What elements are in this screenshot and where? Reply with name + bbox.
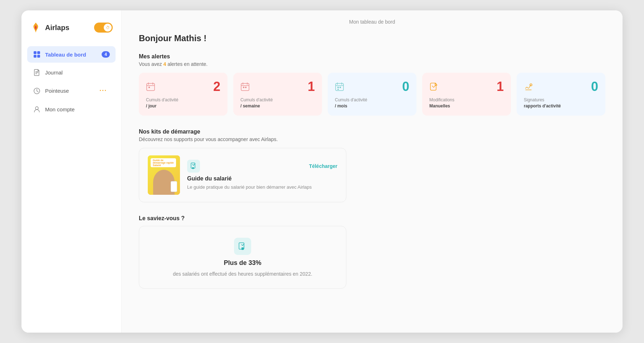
sidebar-logo: Airlaps ⏱ [27,22,116,33]
fact-number: Plus de 33% [224,259,261,267]
signature-icon [524,82,533,91]
svg-rect-33 [241,247,244,250]
calendar-icon-semaine [240,82,250,91]
alert-card-mois[interactable]: 0 Cumuls d'activité / mois [328,73,416,116]
kit-card[interactable]: Guide dedémarrage rapideSalarié [139,148,346,202]
alert-card-mois-number: 0 [402,79,409,94]
alert-card-modifications[interactable]: 1 Modifications Manuelles [422,73,511,116]
kit-content: Télécharger Guide du salarié Le guide pr… [187,160,337,190]
journal-icon [33,68,41,76]
kit-desc: Le guide pratique du salarié pour bien d… [187,184,337,190]
flame-icon [30,22,42,33]
kit-content-top: Télécharger [187,160,337,173]
alerts-title: Mes alertes [139,53,605,60]
alert-card-modifications-label: Modifications Manuelles [429,97,504,109]
sidebar-item-pointeuse-badge: ··· [97,86,110,95]
fact-section: Le saviez-vous ? Plus de 33% des salarié… [139,215,605,289]
sidebar-item-tableau-de-bord-badge: 4 [102,51,110,58]
alert-card-semaine-number: 1 [308,79,315,94]
clock-icon: ⏱ [106,25,110,30]
svg-rect-9 [147,83,155,91]
alerts-subtitle-after: alertes en attente. [166,61,208,67]
alert-card-signatures[interactable]: 0 Signatures rapports d'activité [517,73,605,116]
main-header: Mon tableau de bord [122,10,623,25]
sidebar-item-pointeuse[interactable]: Pointeuse ··· [27,82,116,100]
app-container: Airlaps ⏱ Tableau de bord [21,10,623,333]
svg-point-8 [35,107,38,110]
pointeuse-icon [33,87,41,95]
toggle-knob: ⏱ [104,24,112,32]
fact-icon [234,238,251,255]
sidebar-item-journal-label: Journal [45,69,63,76]
sidebar-item-pointeuse-label: Pointeuse [45,88,69,94]
alert-card-jour-top: 2 [146,79,220,94]
calendar-icon-mois [335,82,344,91]
timer-toggle[interactable]: ⏱ [94,23,113,33]
fact-text: des salariés ont effectué des heures sup… [173,271,312,277]
alert-card-mois-top: 0 [335,79,409,94]
edit-icon [429,82,439,91]
app-name: Airlaps [45,24,69,32]
alert-card-signatures-number: 0 [591,79,598,94]
alert-card-semaine-top: 1 [240,79,315,94]
svg-rect-24 [337,87,339,88]
sidebar-item-mon-compte[interactable]: Mon compte [27,101,116,117]
fact-title: Le saviez-vous ? [139,215,605,222]
alert-card-modifications-top: 1 [429,79,504,94]
kit-icon [187,160,200,173]
fact-card: Plus de 33% des salariés ont effectué de… [139,226,346,289]
content-body: Bonjour Mathis ! Mes alertes Vous avez 4… [122,25,623,310]
account-icon [33,105,41,113]
svg-rect-19 [245,87,247,88]
kit-thumbnail-phone [171,181,177,192]
greeting: Bonjour Mathis ! [139,33,605,43]
alert-cards: 2 Cumuls d'activité / jour [139,73,605,116]
sidebar-item-tableau-de-bord[interactable]: Tableau de bord 4 [27,46,116,63]
sidebar-item-tableau-de-bord-label: Tableau de bord [45,52,86,58]
svg-rect-2 [34,55,36,58]
svg-rect-26 [337,89,339,90]
svg-rect-3 [37,55,40,58]
alert-card-mois-label: Cumuls d'activité / mois [335,97,409,109]
dashboard-icon [33,50,41,58]
sidebar-item-mon-compte-label: Mon compte [45,106,75,112]
kit-thumbnail: Guide dedémarrage rapideSalarié [148,155,180,195]
alert-card-jour-label: Cumuls d'activité / jour [146,97,220,109]
alert-card-jour[interactable]: 2 Cumuls d'activité / jour [139,73,228,116]
svg-rect-0 [34,51,36,54]
alert-card-semaine-label: Cumuls d'activité / semaine [240,97,315,109]
sidebar-nav: Tableau de bord 4 Journal [27,46,116,117]
svg-rect-18 [243,87,244,88]
svg-rect-31 [192,167,194,169]
sidebar-item-journal[interactable]: Journal [27,64,116,81]
alerts-subtitle-before: Vous avez [139,61,164,67]
alerts-subtitle: Vous avez 4 alertes en attente. [139,61,605,67]
alerts-section: Mes alertes Vous avez 4 alertes en atten… [139,53,605,116]
svg-rect-25 [340,87,341,88]
alert-card-semaine[interactable]: 1 Cumuls d'activité / semaine [233,73,322,116]
kits-title: Nos kits de démarrage [139,129,605,135]
alert-card-modifications-number: 1 [497,79,504,94]
sidebar: Airlaps ⏱ Tableau de bord [21,10,122,333]
kits-section: Nos kits de démarrage Découvrez nos supp… [139,129,605,202]
header-title: Mon tableau de bord [349,19,395,25]
alert-card-jour-number: 2 [213,79,220,94]
kit-title: Guide du salarié [187,175,337,182]
kit-thumbnail-label: Guide dedémarrage rapideSalarié [151,158,176,167]
calendar-icon-jour [146,82,155,91]
alert-card-signatures-top: 0 [524,79,598,94]
svg-rect-1 [37,51,40,54]
alert-card-signatures-label: Signatures rapports d'activité [524,97,598,109]
kits-subtitle: Découvrez nos supports pour vous accompa… [139,136,605,142]
main-content: Mon tableau de bord Bonjour Mathis ! Mes… [122,10,623,333]
kit-download-button[interactable]: Télécharger [309,163,337,169]
svg-rect-13 [148,87,150,88]
